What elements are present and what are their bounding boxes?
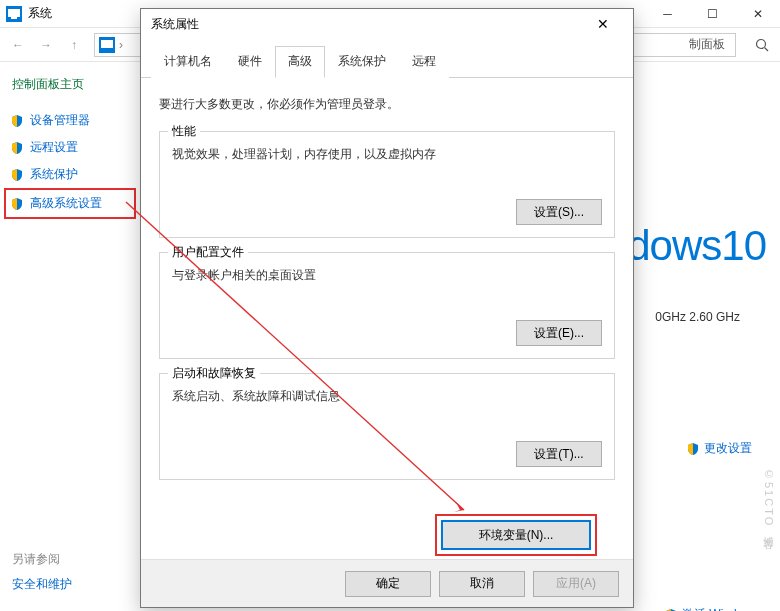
tab-4[interactable]: 远程: [399, 46, 449, 78]
shield-icon: [10, 197, 24, 211]
group-1: 用户配置文件与登录帐户相关的桌面设置设置(E)...: [159, 252, 615, 359]
see-also-label: 另请参阅: [12, 551, 72, 568]
group-settings-button-0[interactable]: 设置(S)...: [516, 199, 602, 225]
env-variables-button[interactable]: 环境变量(N)...: [441, 520, 591, 550]
sidebar-item-label: 系统保护: [30, 166, 78, 183]
sidebar: 控制面板主页 设备管理器远程设置系统保护高级系统设置: [0, 62, 140, 611]
back-button[interactable]: ←: [6, 33, 30, 57]
dialog-title: 系统属性: [151, 16, 199, 33]
ok-button[interactable]: 确定: [345, 571, 431, 597]
windows-brand: dows10: [627, 222, 766, 270]
sidebar-item-1[interactable]: 远程设置: [10, 134, 130, 161]
tab-1[interactable]: 硬件: [225, 46, 275, 78]
sidebar-item-3[interactable]: 高级系统设置: [4, 188, 136, 219]
dialog-close-button[interactable]: ✕: [583, 10, 623, 38]
group-2: 启动和故障恢复系统启动、系统故障和调试信息设置(T)...: [159, 373, 615, 480]
dialog-titlebar: 系统属性 ✕: [141, 9, 633, 39]
svg-point-3: [757, 39, 766, 48]
forward-button[interactable]: →: [34, 33, 58, 57]
group-desc: 与登录帐户相关的桌面设置: [172, 267, 602, 284]
shield-icon: [10, 114, 24, 128]
cpu-info: 0GHz 2.60 GHz: [655, 310, 740, 324]
sidebar-item-label: 高级系统设置: [30, 195, 102, 212]
search-icon[interactable]: [750, 33, 774, 57]
svg-line-4: [765, 47, 769, 51]
svg-rect-0: [8, 9, 20, 17]
group-settings-button-1[interactable]: 设置(E)...: [516, 320, 602, 346]
bg-window-title: 系统: [28, 5, 52, 22]
env-variables-highlight: 环境变量(N)...: [435, 514, 597, 556]
cancel-button[interactable]: 取消: [439, 571, 525, 597]
close-button[interactable]: ✕: [735, 0, 780, 28]
group-title: 启动和故障恢复: [168, 365, 260, 382]
system-properties-dialog: 系统属性 ✕ 计算机名硬件高级系统保护远程 要进行大多数更改，你必须作为管理员登…: [140, 8, 634, 608]
tab-2[interactable]: 高级: [275, 46, 325, 78]
group-title: 性能: [168, 123, 200, 140]
sidebar-item-0[interactable]: 设备管理器: [10, 107, 130, 134]
group-desc: 视觉效果，处理器计划，内存使用，以及虚拟内存: [172, 146, 602, 163]
shield-icon: [10, 168, 24, 182]
sidebar-item-2[interactable]: 系统保护: [10, 161, 130, 188]
activate-windows-link[interactable]: 激活 Windows: [664, 606, 758, 611]
watermark: ©51CTO博客: [761, 468, 776, 531]
sidebar-title[interactable]: 控制面板主页: [10, 76, 130, 93]
shield-icon: [686, 442, 700, 456]
group-title: 用户配置文件: [168, 244, 248, 261]
svg-rect-1: [11, 17, 17, 19]
sidebar-item-label: 远程设置: [30, 139, 78, 156]
dialog-footer: 确定 取消 应用(A): [141, 559, 633, 607]
minimize-button[interactable]: ─: [645, 0, 690, 28]
group-settings-button-2[interactable]: 设置(T)...: [516, 441, 602, 467]
see-also-link[interactable]: 安全和维护: [12, 576, 72, 593]
maximize-button[interactable]: ☐: [690, 0, 735, 28]
shield-icon: [664, 608, 678, 612]
group-0: 性能视觉效果，处理器计划，内存使用，以及虚拟内存设置(S)...: [159, 131, 615, 238]
dialog-content: 要进行大多数更改，你必须作为管理员登录。 性能视觉效果，处理器计划，内存使用，以…: [141, 78, 633, 559]
tab-0[interactable]: 计算机名: [151, 46, 225, 78]
group-desc: 系统启动、系统故障和调试信息: [172, 388, 602, 405]
up-button[interactable]: ↑: [62, 33, 86, 57]
sidebar-item-label: 设备管理器: [30, 112, 90, 129]
tab-3[interactable]: 系统保护: [325, 46, 399, 78]
intro-text: 要进行大多数更改，你必须作为管理员登录。: [159, 96, 615, 113]
svg-rect-2: [101, 40, 113, 48]
apply-button[interactable]: 应用(A): [533, 571, 619, 597]
change-settings-link[interactable]: 更改设置: [686, 440, 752, 457]
shield-icon: [10, 141, 24, 155]
system-icon: [6, 6, 22, 22]
dialog-tabs: 计算机名硬件高级系统保护远程: [141, 39, 633, 78]
sidebar-bottom: 另请参阅 安全和维护: [12, 551, 72, 593]
address-icon: [99, 37, 115, 53]
